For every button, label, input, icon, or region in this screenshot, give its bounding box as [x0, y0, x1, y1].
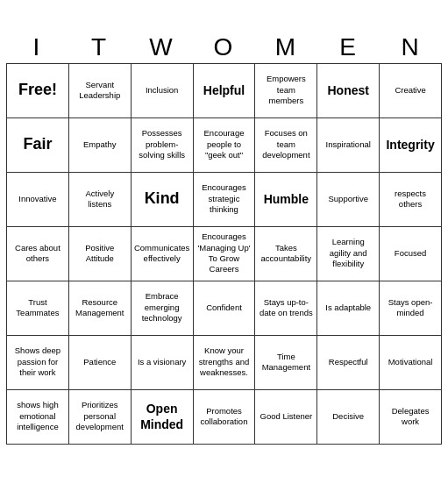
bingo-cell: Encourages 'Managing Up' To Grow Careers — [194, 227, 256, 281]
bingo-cell: Empowers team members — [255, 64, 317, 118]
bingo-cell: Focuses on team development — [255, 118, 317, 173]
bingo-cell: Motivational — [380, 336, 442, 390]
bingo-cell: Time Management — [255, 336, 317, 390]
bingo-cell: Actively listens — [69, 173, 132, 227]
bingo-cell: Free! — [7, 64, 69, 118]
bingo-cell: Inclusion — [132, 64, 194, 118]
bingo-cell: Empathy — [69, 118, 132, 173]
bingo-cell: Delegates work — [380, 390, 442, 445]
header-letter: T — [68, 33, 131, 61]
bingo-cell: Encourages strategic thinking — [194, 173, 256, 227]
bingo-cell: Fair — [7, 118, 69, 173]
bingo-cell: Innovative — [7, 173, 69, 227]
bingo-cell: shows high emotional intelligence — [7, 390, 69, 445]
bingo-cell: Humble — [255, 173, 317, 227]
bingo-cell: Encourage people to "geek out" — [194, 118, 256, 173]
bingo-board: ITWOMEN Free!Servant LeadershipInclusion… — [3, 30, 445, 448]
header-letter: W — [131, 33, 193, 61]
bingo-cell: Is adaptable — [317, 281, 380, 336]
bingo-cell: Communicates effectively — [132, 227, 194, 281]
bingo-cell: Helpful — [194, 64, 256, 118]
bingo-cell: respects others — [380, 173, 442, 227]
bingo-cell: Respectful — [317, 336, 380, 390]
bingo-cell: Open Minded — [132, 390, 194, 445]
bingo-cell: Focused — [380, 227, 442, 281]
header-letter: E — [317, 33, 380, 61]
bingo-header: ITWOMEN — [6, 33, 442, 61]
bingo-cell: Inspirational — [317, 118, 380, 173]
bingo-cell: Prioritizes personal development — [69, 390, 132, 445]
bingo-grid: Free!Servant LeadershipInclusionHelpfulE… — [6, 63, 442, 445]
bingo-cell: Decisive — [317, 390, 380, 445]
bingo-cell: Possesses problem-solving skills — [132, 118, 194, 173]
bingo-cell: Resource Management — [69, 281, 132, 336]
bingo-cell: Learning agility and flexibility — [317, 227, 380, 281]
bingo-cell: Promotes collaboration — [194, 390, 256, 445]
header-letter: I — [6, 33, 68, 61]
header-letter: M — [255, 33, 317, 61]
bingo-cell: Cares about others — [7, 227, 69, 281]
bingo-cell: Is a visionary — [132, 336, 194, 390]
bingo-cell: Know your strengths and weaknesses. — [194, 336, 256, 390]
header-letter: N — [380, 33, 442, 61]
bingo-cell: Integrity — [380, 118, 442, 173]
bingo-cell: Honest — [317, 64, 380, 118]
bingo-cell: Servant Leadership — [69, 64, 132, 118]
header-letter: O — [193, 33, 255, 61]
bingo-cell: Embrace emerging technology — [132, 281, 194, 336]
bingo-cell: Good Listener — [255, 390, 317, 445]
bingo-cell: Takes accountability — [255, 227, 317, 281]
bingo-cell: Patience — [69, 336, 132, 390]
bingo-cell: Stays up-to-date on trends — [255, 281, 317, 336]
bingo-cell: Trust Teammates — [7, 281, 69, 336]
bingo-cell: Supportive — [317, 173, 380, 227]
bingo-cell: Creative — [380, 64, 442, 118]
bingo-cell: Stays open-minded — [380, 281, 442, 336]
bingo-cell: Confident — [194, 281, 256, 336]
bingo-cell: Shows deep passion for their work — [7, 336, 69, 390]
bingo-cell: Positive Attitude — [69, 227, 132, 281]
bingo-cell: Kind — [132, 173, 194, 227]
